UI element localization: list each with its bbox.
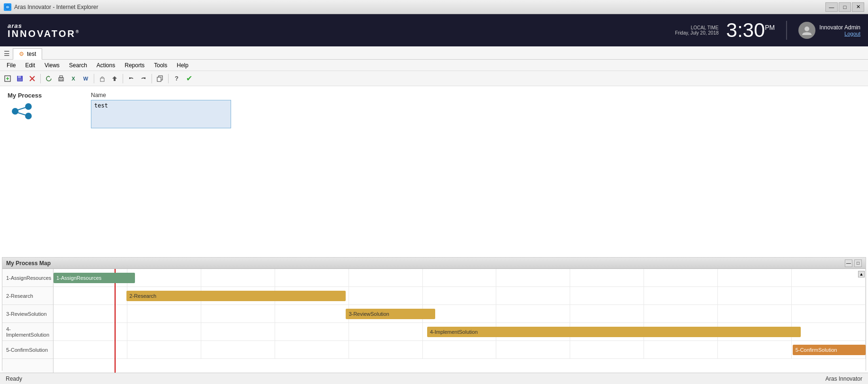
separator-3 <box>123 74 123 83</box>
maximize-button[interactable]: □ <box>839 2 851 12</box>
gantt-label-row: 3-ReviewSolution <box>2 305 53 323</box>
svg-rect-8 <box>60 76 63 78</box>
help-button[interactable]: ? <box>171 73 182 84</box>
time-date: Friday, July 20, 2018 <box>675 30 718 36</box>
today-line <box>115 269 116 373</box>
content-area: My Process Name test <box>0 86 868 373</box>
undo-button[interactable] <box>125 73 137 84</box>
svg-line-20 <box>18 113 26 115</box>
process-map-titlebar: My Process Map — □ <box>2 258 866 269</box>
title-bar: Aras Innovator - Internet Explorer — □ ✕ <box>0 0 868 14</box>
title-bar-text: Aras Innovator - Internet Explorer <box>14 4 98 10</box>
gantt-bar-bar-5[interactable]: 5-ConfirmSolution <box>793 345 866 355</box>
svg-point-1 <box>805 27 809 31</box>
header: aras INNOVATOR® LOCAL TIME Friday, July … <box>0 14 868 46</box>
header-right: LOCAL TIME Friday, July 20, 2018 3:30PM … <box>675 20 860 40</box>
tab-bar: ☰ ⚙ test <box>0 46 868 60</box>
avatar <box>798 22 815 39</box>
form-area: My Process Name test <box>0 86 868 257</box>
user-area: Innovator Admin Logout <box>798 22 860 39</box>
menu-views[interactable]: Views <box>40 60 64 71</box>
name-input[interactable]: test <box>91 100 231 128</box>
separator-1 <box>40 74 41 83</box>
logo: aras INNOVATOR® <box>8 23 80 38</box>
menu-edit[interactable]: Edit <box>20 60 40 71</box>
gantt-label-row: 1-AssignResources <box>2 269 53 287</box>
gantt-wrapper: 1-AssignResources 2-Research 3-ReviewSol… <box>2 269 866 373</box>
new-button[interactable] <box>2 73 13 84</box>
tab-icon: ⚙ <box>19 51 24 57</box>
menu-actions[interactable]: Actions <box>92 60 120 71</box>
promote-button[interactable] <box>109 73 120 84</box>
status-bar: Ready Aras Innovator <box>0 373 868 384</box>
minimize-button[interactable]: — <box>825 2 838 12</box>
svg-rect-9 <box>60 79 63 80</box>
logo-bottom-text: INNOVATOR® <box>8 29 80 38</box>
menu-reports[interactable]: Reports <box>120 60 149 71</box>
process-map-maximize[interactable]: □ <box>854 259 862 267</box>
time-display: 3:30PM <box>726 20 775 40</box>
apply-button[interactable]: ✔ <box>183 73 195 84</box>
time-label: LOCAL TIME <box>675 25 718 30</box>
logo-area: aras INNOVATOR® <box>8 23 80 38</box>
form-row: My Process Name test <box>8 92 860 128</box>
toolbar: X W ? ✔ <box>0 71 868 86</box>
tab-test[interactable]: ⚙ test <box>13 48 42 60</box>
my-process-label: My Process <box>8 92 42 99</box>
copy-button[interactable] <box>154 73 166 84</box>
svg-point-17 <box>25 103 32 110</box>
save-button[interactable] <box>14 73 26 84</box>
name-section: Name test <box>91 92 231 128</box>
status-text: Ready <box>6 375 22 382</box>
hamburger-button[interactable]: ☰ <box>4 50 10 57</box>
logout-link[interactable]: Logout <box>819 31 860 36</box>
gantt-bar-bar-1[interactable]: 1-AssignResources <box>54 273 135 283</box>
process-map-container: My Process Map — □ 1-AssignResources 2-R… <box>2 257 866 371</box>
refresh-button[interactable] <box>43 73 54 84</box>
lock-button[interactable] <box>97 73 108 84</box>
time-ampm: PM <box>765 24 775 31</box>
gantt-bar-bar-3[interactable]: 3-ReviewSolution <box>346 309 435 319</box>
menu-search[interactable]: Search <box>64 60 92 71</box>
gantt-label-row: 4-ImplementSolution <box>2 323 53 341</box>
svg-rect-4 <box>18 76 21 78</box>
menu-file[interactable]: File <box>2 60 20 71</box>
process-map-minimize[interactable]: — <box>845 259 852 267</box>
gantt-chart: 1-AssignResources2-Research3-ReviewSolut… <box>54 269 866 373</box>
my-process-section: My Process <box>8 92 83 123</box>
menu-tools[interactable]: Tools <box>149 60 172 71</box>
time-area: LOCAL TIME Friday, July 20, 2018 <box>675 25 718 36</box>
svg-rect-15 <box>157 77 161 81</box>
excel-button[interactable]: X <box>68 73 79 84</box>
tab-label: test <box>27 51 36 57</box>
separator-5 <box>168 74 169 83</box>
gantt-row-bg <box>54 305 866 323</box>
svg-rect-5 <box>18 79 22 81</box>
gantt-scroll-up[interactable]: ▲ <box>858 271 865 277</box>
header-divider <box>786 21 787 40</box>
process-map-controls: — □ <box>845 259 862 267</box>
separator-4 <box>152 74 152 83</box>
browser-icon <box>4 3 11 11</box>
gantt-grid <box>54 269 866 373</box>
gantt-bar-bar-2[interactable]: 2-Research <box>126 291 346 301</box>
redo-button[interactable] <box>138 73 149 84</box>
separator-2 <box>94 74 94 83</box>
close-button[interactable]: ✕ <box>852 2 864 12</box>
gantt-row-bg <box>54 269 866 287</box>
svg-marker-6 <box>49 76 50 77</box>
gantt-label-row: 5-ConfirmSolution <box>2 341 53 359</box>
gantt-row-bg <box>54 341 866 359</box>
process-icon <box>11 103 32 123</box>
menu-bar: File Edit Views Search Actions Reports T… <box>0 60 868 71</box>
print-button[interactable] <box>55 73 67 84</box>
gantt-bar-bar-4[interactable]: 4-ImplementSolution <box>427 327 801 337</box>
svg-point-16 <box>12 108 18 115</box>
user-info: Innovator Admin Logout <box>819 24 860 36</box>
svg-marker-12 <box>129 77 131 79</box>
word-button[interactable]: W <box>80 73 91 84</box>
user-name: Innovator Admin <box>819 24 860 31</box>
menu-help[interactable]: Help <box>172 60 193 71</box>
svg-marker-13 <box>143 77 145 79</box>
delete-button[interactable] <box>27 73 38 84</box>
